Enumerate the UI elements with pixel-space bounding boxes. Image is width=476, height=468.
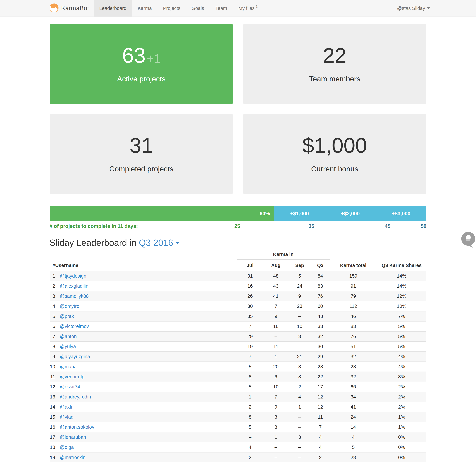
username-cell: @andrey.rodin <box>55 392 237 402</box>
nav-item-goals[interactable]: Goals <box>186 0 210 16</box>
jul-cell: 19 <box>237 341 263 351</box>
sep-cell: 5 <box>288 271 311 281</box>
username-link[interactable]: @samoilyk88 <box>60 293 89 299</box>
card-value: 63+1 <box>122 45 161 66</box>
q3-cell: 2 <box>311 452 330 462</box>
aug-cell: 7 <box>263 301 288 311</box>
q3-cell: 4 <box>311 442 330 452</box>
q3-shares-cell: 4% <box>377 351 426 362</box>
jul-cell: 7 <box>237 321 263 331</box>
q3-cell: 84 <box>311 271 330 281</box>
username-link[interactable]: @alexgladilin <box>60 283 88 289</box>
username-cell: @anton.sokolov <box>55 422 237 432</box>
karma-total-cell: 79 <box>330 291 377 301</box>
q3-cell: 4 <box>311 432 330 442</box>
username-cell: @victorelmov <box>55 321 237 331</box>
username-link[interactable]: @olga <box>60 445 74 450</box>
jul-cell: 8 <box>237 412 263 422</box>
period-selector[interactable]: Q3 2016 <box>139 238 173 248</box>
username-link[interactable]: @prak <box>60 314 74 319</box>
username-link[interactable]: @andrey.rodin <box>60 394 91 399</box>
username-cell: @samoilyk88 <box>55 291 237 301</box>
aug-cell: – <box>263 452 288 462</box>
aug-cell: 43 <box>263 281 288 291</box>
sep-cell: 3 <box>288 362 311 372</box>
q3-cell: 12 <box>311 392 330 402</box>
username-link[interactable]: @maria <box>60 364 77 369</box>
username-link[interactable]: @tjaydesign <box>60 273 86 278</box>
q3-cell: 29 <box>311 351 330 362</box>
aug-cell: 11 <box>263 341 288 351</box>
table-row: 10@maria520328284% <box>50 362 426 372</box>
username-link[interactable]: @anton <box>60 334 77 339</box>
sep-cell: – <box>288 442 311 452</box>
sep-cell: 4 <box>288 392 311 402</box>
username-cell: @lenaruban <box>55 432 237 442</box>
aug-cell: 48 <box>263 271 288 281</box>
q3-cell: 11 <box>311 412 330 422</box>
nav-item-projects[interactable]: Projects <box>157 0 186 16</box>
username-link[interactable]: @axti <box>60 404 72 410</box>
q3-shares-cell: 5% <box>377 331 426 341</box>
rank-cell: 11 <box>50 372 55 382</box>
aug-cell: 3 <box>263 422 288 432</box>
table-row: 4@dmytro307236011210% <box>50 301 426 311</box>
nav-items: LeaderboardKarmaProjectsGoalsTeamMy file… <box>94 0 263 16</box>
rank-cell: 9 <box>50 351 55 362</box>
username-link[interactable]: @anton.sokolov <box>60 424 94 430</box>
jul-cell: 5 <box>237 362 263 372</box>
table-row: 6@victorelmov7161033835% <box>50 321 426 331</box>
q3-shares-cell: 0% <box>377 442 426 452</box>
q3-cell: 30 <box>311 341 330 351</box>
username-link[interactable]: @ossir74 <box>60 384 80 389</box>
card-value: 22 <box>323 45 346 66</box>
nav-spacer <box>263 0 397 16</box>
table-group-header-row: Karma in <box>50 251 426 260</box>
username-link[interactable]: @lenaruban <box>60 435 86 440</box>
jul-cell: 7 <box>237 351 263 362</box>
username-link[interactable]: @alyayuzgina <box>60 354 90 359</box>
sep-cell: 21 <box>288 351 311 362</box>
karma-total-cell: 51 <box>330 341 377 351</box>
page-title: Sliday Leaderboard in Q3 2016 <box>50 237 426 248</box>
card-label: Team members <box>309 75 360 83</box>
karma-total-cell: 159 <box>330 271 377 281</box>
user-menu[interactable]: @stas Sliday <box>397 0 476 16</box>
axis-tick-35: 35 <box>308 223 314 229</box>
q3-cell: 60 <box>311 301 330 311</box>
rank-cell: 10 <box>50 362 55 372</box>
table-row: 7@anton29–332765% <box>50 331 426 341</box>
q3-cell: 28 <box>311 362 330 372</box>
col-header-username: Username <box>55 260 237 271</box>
jul-cell: 8 <box>237 372 263 382</box>
username-link[interactable]: @dmytro <box>60 304 79 309</box>
sep-cell: – <box>288 311 311 321</box>
rank-cell: 1 <box>50 271 55 281</box>
username-cell: @venom-lp <box>55 372 237 382</box>
table-row: 14@axti29112412% <box>50 402 426 412</box>
username-link[interactable]: @vlad <box>60 414 74 420</box>
username-link[interactable]: @matroskin <box>60 455 85 460</box>
username-link[interactable]: @yulya <box>60 344 76 349</box>
nav-item-leaderboard[interactable]: Leaderboard <box>94 0 132 16</box>
brand[interactable]: KarmaBot <box>50 0 89 16</box>
nav-item-team[interactable]: Team <box>210 0 233 16</box>
sep-cell: – <box>288 341 311 351</box>
karma-total-cell: 41 <box>330 402 377 412</box>
username-link[interactable]: @victorelmov <box>60 324 89 329</box>
sep-cell: 9 <box>288 291 311 301</box>
karma-total-cell: 66 <box>330 382 377 392</box>
aug-cell: 1 <box>263 351 288 362</box>
feedback-widget-button[interactable] <box>461 232 476 251</box>
table-row: 3@samoilyk8826419767912% <box>50 291 426 301</box>
aug-cell: 9 <box>263 402 288 412</box>
period-caret-icon[interactable] <box>176 242 179 244</box>
nav-item-my-files[interactable]: My filesß <box>233 0 263 16</box>
username-link[interactable]: @venom-lp <box>60 374 84 379</box>
active-projects-card: 63+1Active projects <box>50 24 233 104</box>
jul-cell: 29 <box>237 331 263 341</box>
team-members-card: 22Team members <box>243 24 426 104</box>
card-label: Active projects <box>117 75 166 83</box>
table-row: 8@yulya1911–30515% <box>50 341 426 351</box>
nav-item-karma[interactable]: Karma <box>132 0 157 16</box>
